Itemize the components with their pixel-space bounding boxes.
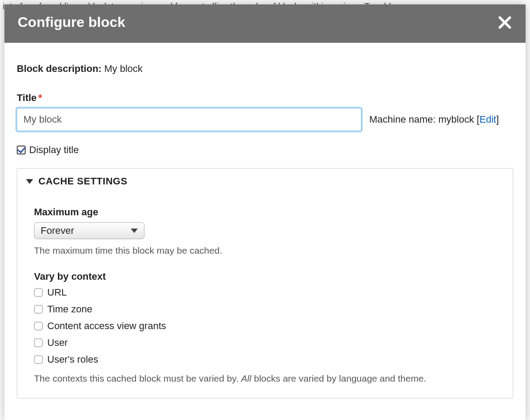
vary-label-timezone: Time zone <box>47 304 92 315</box>
vary-checkbox-timezone[interactable] <box>34 305 43 314</box>
required-star-icon: * <box>38 92 42 103</box>
vary-label-user: User <box>47 337 68 349</box>
chevron-down-icon <box>26 179 33 184</box>
vary-checkbox-grants[interactable] <box>34 322 43 330</box>
machine-name-edit-link[interactable]: Edit <box>479 114 496 125</box>
cache-settings-fieldset: CACHE SETTINGS Maximum age Forever The m… <box>17 168 513 398</box>
vary-checkbox-user[interactable] <box>34 338 43 347</box>
modal-header: Configure block <box>4 4 526 43</box>
max-age-help: The maximum time this block may be cache… <box>34 245 496 256</box>
configure-block-modal: Configure block Block description: My bl… <box>4 4 526 420</box>
title-label: Title* <box>17 92 513 104</box>
max-age-selected-value: Forever <box>41 225 74 236</box>
vary-help-text: The contexts this cached block must be v… <box>34 373 496 384</box>
title-input[interactable] <box>17 108 361 131</box>
vary-label-grants: Content access view grants <box>47 320 166 332</box>
vary-label-roles: User's roles <box>47 354 98 365</box>
max-age-select[interactable]: Forever <box>34 222 144 239</box>
vary-item-timezone: Time zone <box>34 304 496 315</box>
chevron-down-icon <box>131 229 138 233</box>
vary-item-url: URL <box>34 287 496 298</box>
vary-item-user: User <box>34 337 496 349</box>
block-description: Block description: My block <box>17 63 513 75</box>
display-title-checkbox[interactable] <box>17 146 26 154</box>
vary-label-url: URL <box>47 287 67 298</box>
vary-help-pre: The contexts this cached block must be v… <box>34 373 241 383</box>
machine-name-label: Machine name: <box>369 114 435 125</box>
max-age-label: Maximum age <box>34 206 496 218</box>
modal-title: Configure block <box>18 14 125 30</box>
vary-checkbox-roles[interactable] <box>34 355 43 364</box>
vary-item-grants: Content access view grants <box>34 320 496 332</box>
vary-item-roles: User's roles <box>34 354 496 365</box>
machine-name: Machine name: myblock [Edit] <box>369 114 499 125</box>
title-label-text: Title <box>17 92 37 103</box>
machine-name-value: myblock <box>439 114 474 125</box>
title-row: Machine name: myblock [Edit] <box>17 108 513 131</box>
block-description-label: Block description: <box>17 63 102 74</box>
vary-by-context-label: Vary by context <box>34 271 496 282</box>
title-input-wrap <box>17 108 361 131</box>
display-title-row: Display title <box>17 144 513 156</box>
display-title-label: Display title <box>29 144 79 156</box>
cache-settings-body: Maximum age Forever The maximum time thi… <box>17 193 513 398</box>
vary-help-italic: All <box>241 373 251 383</box>
modal-body: Block description: My block Title* Machi… <box>4 43 526 398</box>
block-description-value: My block <box>104 63 143 74</box>
vary-list: URL Time zone Content access view grants… <box>34 287 496 365</box>
vary-checkbox-url[interactable] <box>34 288 43 297</box>
close-icon[interactable] <box>497 15 512 30</box>
cache-settings-title: CACHE SETTINGS <box>38 176 127 187</box>
cache-settings-header[interactable]: CACHE SETTINGS <box>17 169 513 193</box>
vary-help-post: blocks are varied by language and theme. <box>251 373 426 383</box>
